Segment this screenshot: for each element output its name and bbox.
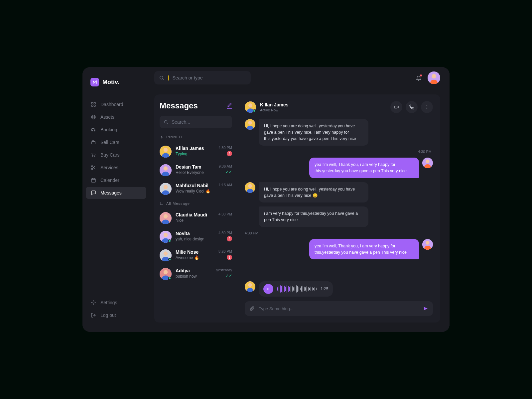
logout-icon [90,313,96,318]
svg-point-35 [427,105,427,106]
brand-name: Motiv. [102,79,119,86]
message-bubble: Hi, I hope you are doing well, yesterday… [259,119,368,146]
svg-point-45 [426,241,429,244]
unread-badge: 2 [227,236,232,241]
conversation-item[interactable]: Milie NoseAwesome 🔥8:20 PM1 [160,246,232,265]
peer-status: Active Now [260,108,289,112]
nav-list: DashboardAssetsBookingSell CarsBuy CarsS… [82,98,150,199]
msg-avatar [245,119,255,146]
nav-label: Settings [100,300,117,305]
nav-buy-cars[interactable]: Buy Cars [86,149,146,161]
svg-point-29 [164,251,168,256]
conversation-item[interactable]: Desian TamHello! Everyone9:36 AM✓✓ [160,161,232,180]
svg-point-10 [91,166,93,167]
cart-icon [90,152,96,158]
nav-assets[interactable]: Assets [86,111,146,123]
nav-calender[interactable]: Calender [86,174,146,186]
conversation-item[interactable]: Claudia MaudiNice4:30 PM [160,209,232,227]
conversation-name: Milie Nose [176,249,214,255]
nav-booking[interactable]: Booking [86,124,146,136]
conversation-item[interactable]: Killan JamesTyping...4:30 PM2 [160,142,232,161]
nav-label: Sell Cars [100,140,119,145]
notifications-button[interactable] [416,75,422,81]
message-row: Hi, I hope you are doing well, yesterday… [245,182,433,203]
svg-point-47 [248,283,252,287]
svg-point-9 [94,157,95,157]
svg-rect-0 [91,102,93,104]
all-list: Claudia MaudiNice4:30 PMNovitayah, nice … [160,209,232,283]
messages-title: Messages [160,101,198,110]
conversation-time: 4:30 PM [218,231,232,235]
video-call-button[interactable] [390,101,402,113]
svg-point-16 [432,74,436,78]
msg-avatar [422,158,433,178]
compose-button[interactable] [227,102,232,109]
conversation-preview: yah, nice design [176,237,214,241]
read-receipt-icon: ✓✓ [219,170,232,174]
svg-point-6 [93,117,93,117]
nav-services[interactable]: Services [86,162,146,174]
svg-point-8 [92,157,93,157]
attachment-button[interactable] [249,306,255,311]
conversation-name: Killan James [176,146,214,151]
svg-point-13 [93,302,94,303]
peer-avatar [245,281,255,297]
unread-badge: 2 [227,151,232,156]
nav-label: Dashboard [100,102,123,107]
conversation-name: Desian Tam [176,164,215,170]
conversation-preview: Wow really Cool 🔥 [176,189,215,194]
svg-point-33 [248,103,252,107]
conversation-name: Mahfuzul Nabil [176,183,215,188]
composer-placeholder: Type Something... [259,306,419,311]
voice-waveform[interactable] [277,285,317,293]
bag-icon [90,140,96,145]
conversation-name: Novita [176,231,214,236]
svg-point-21 [164,166,168,171]
message-bubble: yea I'm well, Thank you, i am very happy… [309,239,419,260]
voice-call-button[interactable] [406,101,418,113]
topbar: | Search or type [150,67,450,88]
nav-settings[interactable]: Settings [86,297,146,309]
send-button[interactable] [423,306,428,311]
car-icon [90,127,96,132]
nav-label: Messages [100,190,122,196]
chat-icon [90,190,96,196]
svg-point-23 [164,185,168,189]
nav-label: Services [100,165,118,170]
conversation-search[interactable]: Search... [160,116,232,128]
gear-icon [90,300,96,305]
message-row: yea I'm well, Thank you, i am very happy… [245,239,433,260]
conversation-preview: Nice [176,218,214,223]
search-icon [159,75,164,80]
conversation-time: 8:20 PM [218,249,232,253]
conversation-item[interactable]: Adityapublish nowyesterday✓✓ [160,265,232,283]
svg-point-19 [164,148,168,152]
chat-header: Killan James Active Now [245,101,433,113]
presence-indicator [168,239,171,242]
conversation-item[interactable]: Novitayah, nice design4:30 PM2 [160,227,232,246]
svg-rect-34 [394,106,397,108]
presence-indicator [168,258,171,261]
nav-dashboard[interactable]: Dashboard [86,98,146,110]
nav-footer: SettingsLog out [82,297,150,321]
read-receipt-icon: ✓✓ [216,273,232,278]
composer[interactable]: Type Something... [245,301,433,316]
svg-point-25 [164,214,168,218]
nav-sell-cars[interactable]: Sell Cars [86,136,146,148]
voice-pause-button[interactable] [263,284,273,294]
more-button[interactable] [421,101,433,113]
conversation-item[interactable]: Mahfuzul NabilWow really Cool 🔥1:15 AM [160,180,232,198]
nav-messages[interactable]: Messages [86,187,146,199]
pin-icon [160,135,164,139]
svg-point-27 [164,233,168,237]
svg-rect-1 [94,102,95,104]
message-bubble: i am very happy for this.yesterday you h… [259,206,368,227]
message-timestamp: 4:30 PM [245,231,433,235]
global-search[interactable]: | Search or type [154,71,251,84]
app-frame: Motiv. DashboardAssetsBookingSell CarsBu… [82,67,450,332]
svg-rect-7 [92,141,95,144]
nav-label: Calender [100,178,119,183]
svg-rect-3 [94,105,95,106]
nav-log-out[interactable]: Log out [86,309,146,321]
me-avatar[interactable] [428,71,440,84]
